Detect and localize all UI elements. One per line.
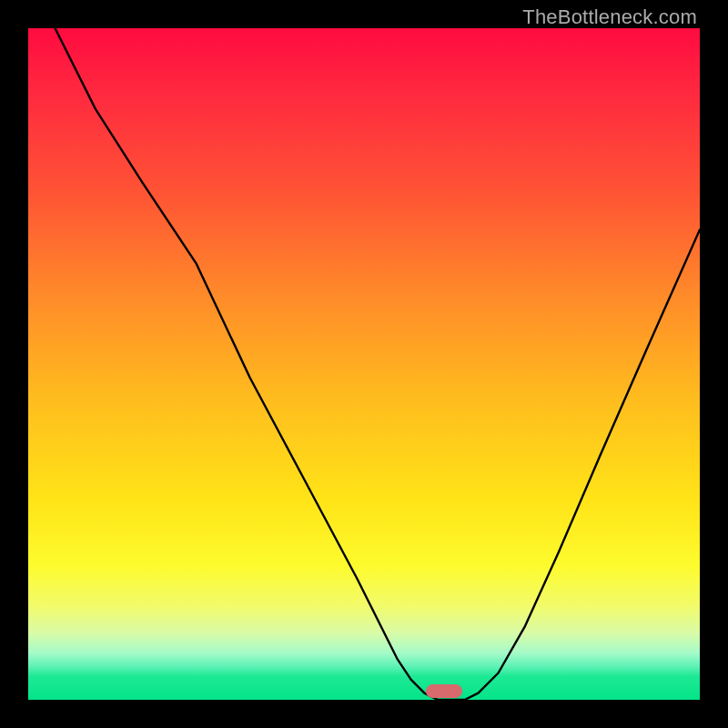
chart-frame: TheBottleneck.com bbox=[0, 0, 728, 728]
optimal-marker bbox=[426, 684, 462, 698]
plot-area bbox=[28, 28, 700, 700]
bottleneck-curve bbox=[28, 28, 700, 700]
watermark-text: TheBottleneck.com bbox=[522, 5, 697, 29]
